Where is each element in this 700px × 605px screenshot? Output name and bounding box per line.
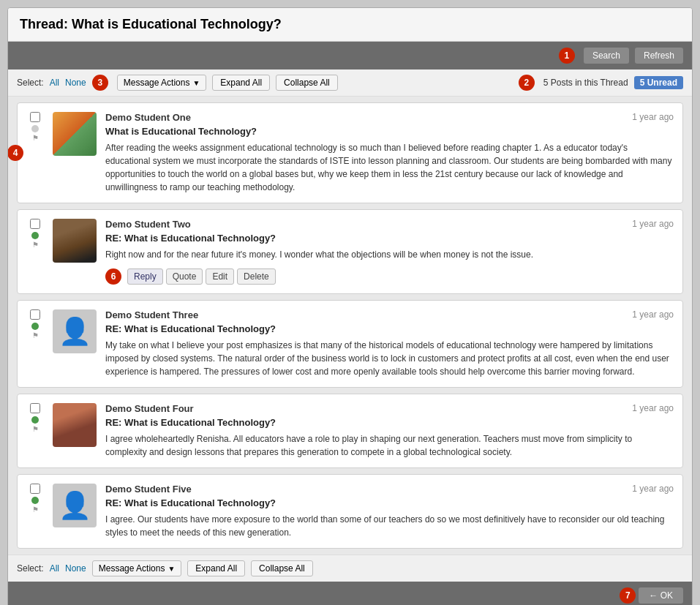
main-container: Thread: What is Educational Technology? … [7,7,693,605]
post-card-1: 4 ⚑ Demo Student One 1 year ago What is … [17,102,683,203]
post-body-4: I agree wholeheartedly Renisha. All educ… [105,432,674,459]
post-time-1: 1 year ago [632,112,674,122]
post-body-2: Right now and for the near future it's m… [105,248,674,261]
reply-button-2[interactable]: Reply [127,268,163,285]
post-subject-5: RE: What is Educational Technology? [105,497,674,508]
refresh-button[interactable]: Refresh [635,48,683,64]
flag-icon-4: ⚑ [31,425,39,434]
message-actions-button-bottom[interactable]: Message Actions ▼ [92,560,182,576]
post-actions-2: 6 Reply Quote Edit Delete [105,268,674,285]
post-header-2: Demo Student Two 1 year ago [105,219,674,230]
badge-4: 4 [7,145,23,161]
ok-button[interactable]: ← OK [639,587,683,604]
toolbar-top: 1 Search Refresh [8,42,692,69]
select-label-top: Select: [17,78,44,88]
avatar-silhouette-3: 👤 [59,318,91,345]
badge-7: 7 [620,587,636,604]
post-subject-4: RE: What is Educational Technology? [105,417,674,428]
collapse-all-button-top[interactable]: Collapse All [276,75,338,91]
post-author-4: Demo Student Four [105,403,194,414]
avatar-silhouette-5: 👤 [59,492,91,519]
quote-button-2[interactable]: Quote [166,268,203,285]
post-content-2: Demo Student Two 1 year ago RE: What is … [105,219,674,285]
post-checkbox-3[interactable] [30,309,40,320]
post-subject-1: What is Educational Technology? [105,126,674,137]
posts-container: 4 ⚑ Demo Student One 1 year ago What is … [8,97,692,555]
post-author-1: Demo Student One [105,112,191,123]
avatar-2 [53,219,97,263]
post-left-4: ⚑ [26,403,44,459]
chevron-down-icon: ▼ [192,79,200,87]
post-checkbox-1[interactable] [30,112,40,122]
status-icon-2 [31,232,39,239]
select-all-link-bottom[interactable]: All [50,563,59,574]
post-left-1: ⚑ [26,112,44,194]
action-bar-right: 2 5 Posts in this Thread 5 Unread [519,75,683,91]
delete-button-2[interactable]: Delete [237,268,276,285]
post-left-3: ⚑ [26,309,44,378]
post-icons-5: ⚑ [31,497,39,514]
collapse-all-button-bottom[interactable]: Collapse All [251,560,313,576]
flag-icon-3: ⚑ [31,331,39,340]
post-time-5: 1 year ago [632,484,674,494]
bottom-bar: Select: All None Message Actions ▼ Expan… [8,555,692,582]
unread-badge: 5 Unread [634,76,683,89]
post-header-4: Demo Student Four 1 year ago [105,403,674,414]
action-bar-left: Select: All None 3 Message Actions ▼ Exp… [17,75,338,91]
post-checkbox-4[interactable] [30,403,40,413]
edit-button-2[interactable]: Edit [206,268,234,285]
post-header-3: Demo Student Three 1 year ago [105,309,674,320]
badge-1: 1 [559,48,575,64]
chevron-down-icon-bottom: ▼ [168,565,175,573]
post-card-3: ⚑ 👤 Demo Student Three 1 year ago RE: Wh… [17,300,683,388]
post-body-5: I agree. Our students have more exposure… [105,513,674,539]
post-icons-3: ⚑ [31,323,39,340]
post-checkbox-2[interactable] [30,219,40,229]
post-card-4: ⚑ Demo Student Four 1 year ago RE: What … [17,394,683,468]
post-body-3: My take on what I believe your post emph… [105,339,674,378]
post-content-1: Demo Student One 1 year ago What is Educ… [105,112,674,194]
post-content-5: Demo Student Five 1 year ago RE: What is… [105,484,674,539]
flag-icon-5: ⚑ [31,506,39,514]
post-subject-3: RE: What is Educational Technology? [105,323,674,334]
post-time-2: 1 year ago [632,219,674,229]
search-button[interactable]: Search [584,48,629,64]
post-left-2: ⚑ [26,219,44,285]
avatar-1 [53,112,97,156]
select-none-link-top[interactable]: None [65,78,86,88]
post-header-5: Demo Student Five 1 year ago [105,484,674,495]
flag-icon-2: ⚑ [31,241,39,249]
post-content-4: Demo Student Four 1 year ago RE: What is… [105,403,674,459]
posts-count: 5 Posts in this Thread [543,78,628,88]
post-icons-4: ⚑ [31,416,39,434]
post-body-1: After reading the weeks assignment educa… [105,141,674,194]
expand-all-button-top[interactable]: Expand All [212,75,270,91]
status-icon-5 [31,497,39,504]
post-author-2: Demo Student Two [105,219,191,230]
post-card-5: ⚑ 👤 Demo Student Five 1 year ago RE: Wha… [17,474,683,549]
post-author-5: Demo Student Five [105,484,192,495]
post-content-3: Demo Student Three 1 year ago RE: What i… [105,309,674,378]
badge-6: 6 [105,268,121,285]
badge-2: 2 [519,75,535,91]
expand-all-button-bottom[interactable]: Expand All [187,560,245,576]
action-bar-top: Select: All None 3 Message Actions ▼ Exp… [8,69,692,97]
badge-3: 3 [92,75,108,91]
flag-icon-1: ⚑ [31,134,39,143]
status-icon-1 [31,125,39,132]
post-subject-2: RE: What is Educational Technology? [105,233,674,244]
post-time-4: 1 year ago [632,403,674,413]
post-header-1: Demo Student One 1 year ago [105,112,674,123]
status-icon-4 [31,416,39,424]
post-checkbox-5[interactable] [30,484,40,494]
select-none-link-bottom[interactable]: None [65,563,86,574]
message-actions-button-top[interactable]: Message Actions ▼ [117,75,207,91]
select-all-link-top[interactable]: All [50,78,59,88]
post-icons-1: ⚑ [31,125,39,143]
post-card-2: ⚑ Demo Student Two 1 year ago RE: What i… [17,209,683,294]
post-icons-2: ⚑ [31,232,39,249]
status-icon-3 [31,323,39,330]
avatar-5: 👤 [53,484,97,527]
post-time-3: 1 year ago [632,309,674,320]
avatar-4 [53,403,97,447]
